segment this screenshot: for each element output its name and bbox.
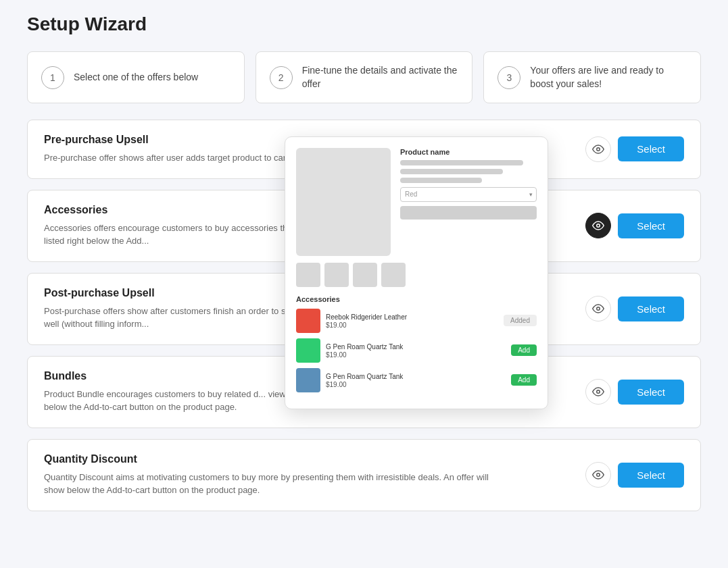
preview-product-name-label: Product name bbox=[400, 148, 537, 156]
step-card-3: 3 Your offers are live and ready to boos… bbox=[483, 51, 701, 103]
step-label-1: Select one of the offers below bbox=[74, 71, 198, 84]
preview-thumbnails bbox=[296, 263, 537, 287]
preview-thumb-4 bbox=[381, 263, 406, 287]
preview-acc-item: G Pen Roam Quartz Tank $19.00 Add bbox=[296, 338, 537, 363]
preview-acc-btn-add[interactable]: Add bbox=[511, 344, 537, 356]
offers-list: Pre-purchase Upsell Pre-purchase offer s… bbox=[27, 120, 701, 511]
preview-thumb-3 bbox=[353, 263, 377, 287]
select-button-post-purchase-upsell[interactable]: Select bbox=[618, 296, 684, 321]
preview-content: Product name Red bbox=[400, 148, 537, 256]
preview-acc-img bbox=[296, 338, 320, 363]
preview-acc-info: Reebok Ridgerider Leather $19.00 bbox=[326, 313, 498, 329]
preview-acc-info: G Pen Roam Quartz Tank $19.00 bbox=[326, 342, 506, 359]
select-button-quantity-discount[interactable]: Select bbox=[618, 463, 684, 488]
eye-button-bundles[interactable] bbox=[585, 379, 611, 405]
eye-button-quantity-discount[interactable] bbox=[585, 462, 611, 488]
step-number-3: 3 bbox=[498, 66, 520, 89]
offer-actions-pre-purchase-upsell: Select bbox=[585, 136, 684, 162]
svg-point-0 bbox=[597, 148, 600, 151]
preview-select-box[interactable]: Red bbox=[400, 187, 537, 202]
select-button-accessories[interactable]: Select bbox=[618, 213, 684, 238]
steps-container: 1 Select one of the offers below 2 Fine-… bbox=[27, 51, 701, 103]
svg-point-1 bbox=[597, 224, 600, 228]
offer-actions-accessories: Select bbox=[585, 213, 684, 238]
preview-layout: Product name Red bbox=[296, 148, 537, 256]
preview-acc-name: G Pen Roam Quartz Tank bbox=[326, 372, 506, 381]
svg-point-2 bbox=[597, 307, 600, 311]
svg-point-3 bbox=[597, 390, 600, 394]
select-button-pre-purchase-upsell[interactable]: Select bbox=[618, 136, 684, 161]
offer-info-quantity-discount: Quantity Discount Quantity Discount aims… bbox=[44, 453, 504, 497]
preview-line-1 bbox=[400, 160, 523, 165]
preview-acc-item: G Pen Roam Quartz Tank $19.00 Add bbox=[296, 368, 537, 392]
preview-line-3 bbox=[400, 178, 482, 183]
select-button-bundles[interactable]: Select bbox=[618, 380, 684, 405]
preview-accessories-title: Accessories bbox=[296, 295, 537, 303]
eye-button-pre-purchase-upsell[interactable] bbox=[585, 136, 611, 162]
step-label-2: Fine-tune the details and activate the o… bbox=[302, 64, 459, 91]
offer-card-accessories: Accessories Accessories offers encourage… bbox=[27, 190, 701, 262]
preview-main-image bbox=[296, 148, 391, 256]
offer-card-quantity-discount: Quantity Discount Quantity Discount aims… bbox=[27, 439, 701, 511]
step-card-2: 2 Fine-tune the details and activate the… bbox=[256, 51, 473, 103]
preview-acc-price: $19.00 bbox=[326, 351, 506, 359]
eye-button-post-purchase-upsell[interactable] bbox=[585, 296, 611, 321]
preview-acc-img bbox=[296, 368, 320, 392]
preview-acc-name: Reebok Ridgerider Leather bbox=[326, 313, 498, 321]
preview-acc-btn-added[interactable]: Added bbox=[504, 315, 537, 326]
page-title: Setup Wizard bbox=[27, 14, 701, 35]
svg-point-4 bbox=[597, 473, 600, 477]
preview-acc-price: $19.00 bbox=[326, 381, 506, 388]
preview-acc-info: G Pen Roam Quartz Tank $19.00 bbox=[326, 372, 506, 388]
preview-acc-price: $19.00 bbox=[326, 321, 498, 329]
step-label-3: Your offers are live and ready to boost … bbox=[530, 64, 687, 91]
step-card-1: 1 Select one of the offers below bbox=[27, 51, 245, 103]
preview-accessories-section: Accessories Reebok Ridgerider Leather $1… bbox=[296, 295, 537, 392]
step-number-2: 2 bbox=[270, 66, 293, 89]
preview-acc-btn-add[interactable]: Add bbox=[511, 374, 537, 386]
offer-title-quantity-discount: Quantity Discount bbox=[44, 453, 504, 465]
offer-description-quantity-discount: Quantity Discount aims at motivating cus… bbox=[44, 471, 504, 497]
preview-acc-name: G Pen Roam Quartz Tank bbox=[326, 342, 506, 351]
preview-acc-item: Reebok Ridgerider Leather $19.00 Added bbox=[296, 309, 537, 333]
preview-thumb-1 bbox=[296, 263, 320, 287]
offer-actions-quantity-discount: Select bbox=[585, 462, 684, 488]
preview-line-2 bbox=[400, 169, 503, 174]
preview-add-btn-placeholder bbox=[400, 206, 537, 220]
preview-thumb-2 bbox=[324, 263, 349, 287]
eye-button-accessories[interactable] bbox=[585, 213, 611, 238]
preview-popup: Product name Red Accessories bbox=[285, 136, 548, 409]
offer-actions-bundles: Select bbox=[585, 379, 684, 405]
step-number-1: 1 bbox=[41, 66, 64, 89]
offer-actions-post-purchase-upsell: Select bbox=[585, 296, 684, 321]
preview-acc-img bbox=[296, 309, 320, 333]
